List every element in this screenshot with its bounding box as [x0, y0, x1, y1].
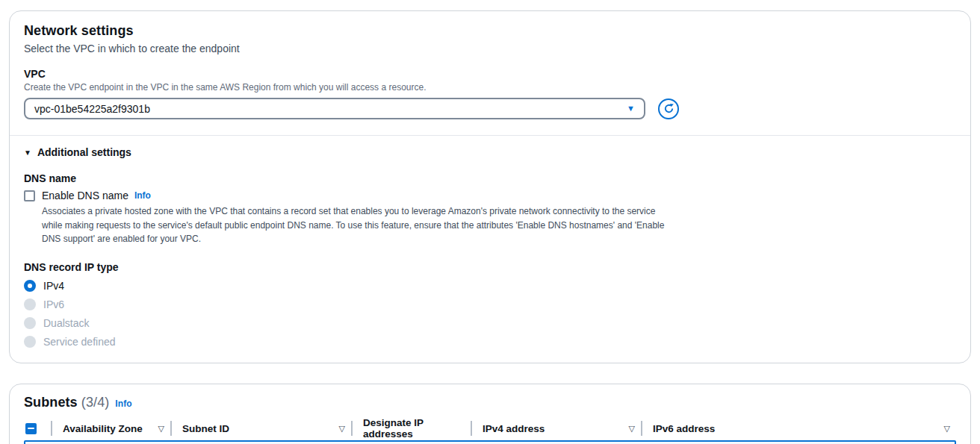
network-settings-card: Network settings Select the VPC in which… [9, 10, 971, 363]
sort-icon[interactable]: ▽ [629, 424, 635, 434]
dns-name-description: Associates a private hosted zone with th… [42, 204, 671, 246]
select-all-checkbox[interactable] [25, 423, 37, 434]
sort-icon[interactable]: ▽ [944, 424, 950, 434]
dualstack-radio [24, 317, 36, 329]
radio-option-ipv4: IPv4 [24, 280, 956, 292]
refresh-icon [663, 103, 674, 114]
network-settings-title: Network settings [24, 23, 956, 39]
subnets-table-header: Availability Zone ▽ Subnet ID ▽ Designat… [24, 419, 956, 439]
table-row: us-west-2a (usw2-az2) subnet-0ae48b3028c… [24, 440, 956, 444]
column-header-designate-ip: Designate IP addresses [351, 421, 471, 436]
ipv6-radio [24, 298, 36, 310]
subnets-table-body: us-west-2a (usw2-az2) subnet-0ae48b3028c… [24, 440, 956, 444]
column-header-availability-zone[interactable]: Availability Zone ▽ [51, 421, 170, 436]
additional-settings-title: Additional settings [37, 146, 131, 158]
dns-record-ip-type-label: DNS record IP type [24, 261, 956, 273]
enable-dns-name-checkbox-label: Enable DNS name [42, 190, 128, 201]
column-header-ipv4[interactable]: IPv4 address ▽ [471, 421, 641, 436]
radio-option-ipv6: IPv6 [24, 298, 956, 310]
expand-caret-icon: ▼ [24, 148, 31, 157]
radio-option-dualstack: Dualstack [24, 317, 956, 329]
subnets-title: Subnets (3/4)Info [24, 395, 956, 410]
network-settings-description: Select the VPC in which to create the en… [24, 43, 956, 54]
radio-option-service-defined: Service defined [24, 336, 956, 348]
vpc-select-value: vpc-01be54225a2f9301b [34, 103, 150, 115]
sort-icon[interactable]: ▽ [158, 424, 164, 434]
vpc-select[interactable]: vpc-01be54225a2f9301b ▼ [24, 98, 645, 119]
select-all-header-cell [24, 421, 51, 436]
subnets-info-link[interactable]: Info [115, 398, 131, 409]
dns-name-label: DNS name [24, 172, 956, 184]
section-divider [10, 135, 970, 136]
caret-down-icon: ▼ [627, 104, 635, 113]
subnets-counter: (3/4) [81, 395, 110, 410]
ipv6-radio-label: IPv6 [43, 298, 64, 310]
ipv4-radio-label: IPv4 [43, 280, 64, 292]
dns-record-ip-type-group: DNS record IP type IPv4 IPv6 Dualstack S… [24, 261, 956, 348]
additional-settings-toggle[interactable]: ▼ Additional settings [24, 146, 956, 158]
vpc-label: VPC [24, 68, 956, 80]
dualstack-radio-label: Dualstack [43, 317, 89, 329]
column-header-subnet-id[interactable]: Subnet ID ▽ [170, 421, 351, 436]
subnets-card: Subnets (3/4)Info Availability Zone ▽ Su… [9, 384, 971, 444]
sort-icon[interactable]: ▽ [339, 424, 345, 434]
enable-dns-name-checkbox[interactable] [24, 190, 35, 201]
ipv4-radio[interactable] [24, 280, 36, 292]
column-header-ipv6[interactable]: IPv6 address ▽ [641, 421, 956, 436]
dns-name-info-link[interactable]: Info [134, 190, 151, 201]
service-defined-radio [24, 336, 36, 348]
refresh-button[interactable] [658, 99, 679, 119]
service-defined-radio-label: Service defined [43, 336, 116, 348]
vpc-constraint-text: Create the VPC endpoint in the VPC in th… [24, 82, 956, 93]
